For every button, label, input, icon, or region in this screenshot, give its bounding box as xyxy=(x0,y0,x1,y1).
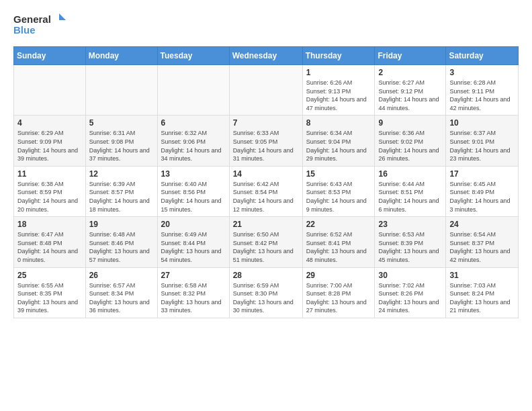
day-number: 24 xyxy=(449,220,515,229)
calendar-cell: 10Sunrise: 6:37 AM Sunset: 9:01 PM Dayli… xyxy=(446,116,519,166)
day-number: 20 xyxy=(161,220,226,229)
day-info: Sunrise: 6:47 AM Sunset: 8:48 PM Dayligh… xyxy=(17,230,82,264)
day-info: Sunrise: 7:03 AM Sunset: 8:24 PM Dayligh… xyxy=(449,281,515,315)
calendar-cell xyxy=(229,65,302,116)
svg-text:General: General xyxy=(13,13,51,25)
calendar-cell xyxy=(85,65,157,116)
calendar-week-row: 11Sunrise: 6:38 AM Sunset: 8:59 PM Dayli… xyxy=(14,166,519,216)
day-info: Sunrise: 6:48 AM Sunset: 8:46 PM Dayligh… xyxy=(89,230,154,264)
day-number: 16 xyxy=(378,169,442,179)
weekday-header-thursday: Thursday xyxy=(302,47,375,65)
calendar-cell: 24Sunrise: 6:54 AM Sunset: 8:37 PM Dayli… xyxy=(446,217,519,267)
calendar-cell: 8Sunrise: 6:34 AM Sunset: 9:04 PM Daylig… xyxy=(302,116,375,166)
calendar-cell xyxy=(157,65,229,116)
calendar-cell: 30Sunrise: 7:02 AM Sunset: 8:26 PM Dayli… xyxy=(375,267,446,318)
calendar-cell: 5Sunrise: 6:31 AM Sunset: 9:08 PM Daylig… xyxy=(85,116,157,166)
page-header: General Blue xyxy=(13,11,519,41)
calendar-week-row: 1Sunrise: 6:26 AM Sunset: 9:13 PM Daylig… xyxy=(14,65,519,116)
calendar-cell: 17Sunrise: 6:45 AM Sunset: 8:49 PM Dayli… xyxy=(446,166,519,216)
day-number: 12 xyxy=(89,169,154,179)
calendar-week-row: 18Sunrise: 6:47 AM Sunset: 8:48 PM Dayli… xyxy=(14,217,519,267)
day-info: Sunrise: 6:53 AM Sunset: 8:39 PM Dayligh… xyxy=(378,230,442,264)
day-info: Sunrise: 6:58 AM Sunset: 8:32 PM Dayligh… xyxy=(161,281,226,315)
day-number: 2 xyxy=(378,68,442,77)
day-info: Sunrise: 6:43 AM Sunset: 8:53 PM Dayligh… xyxy=(306,180,371,214)
calendar-cell: 16Sunrise: 6:44 AM Sunset: 8:51 PM Dayli… xyxy=(375,166,446,216)
day-number: 4 xyxy=(17,118,82,128)
day-number: 9 xyxy=(378,118,442,128)
day-number: 3 xyxy=(449,68,515,77)
day-info: Sunrise: 6:49 AM Sunset: 8:44 PM Dayligh… xyxy=(161,230,226,264)
day-number: 10 xyxy=(449,118,515,128)
calendar-cell: 3Sunrise: 6:28 AM Sunset: 9:11 PM Daylig… xyxy=(446,65,519,116)
weekday-header-monday: Monday xyxy=(85,47,157,65)
day-info: Sunrise: 6:36 AM Sunset: 9:02 PM Dayligh… xyxy=(378,129,442,163)
day-info: Sunrise: 6:33 AM Sunset: 9:05 PM Dayligh… xyxy=(233,129,299,163)
day-number: 11 xyxy=(17,169,82,179)
logo: General Blue xyxy=(13,11,74,41)
calendar-week-row: 25Sunrise: 6:55 AM Sunset: 8:35 PM Dayli… xyxy=(14,267,519,318)
day-number: 21 xyxy=(233,220,299,229)
calendar-cell: 28Sunrise: 6:59 AM Sunset: 8:30 PM Dayli… xyxy=(229,267,302,318)
day-number: 25 xyxy=(17,271,82,280)
day-info: Sunrise: 6:38 AM Sunset: 8:59 PM Dayligh… xyxy=(17,180,82,214)
day-info: Sunrise: 6:55 AM Sunset: 8:35 PM Dayligh… xyxy=(17,281,82,315)
day-number: 23 xyxy=(378,220,442,229)
day-info: Sunrise: 6:54 AM Sunset: 8:37 PM Dayligh… xyxy=(449,230,515,264)
day-number: 18 xyxy=(17,220,82,229)
calendar-table: SundayMondayTuesdayWednesdayThursdayFrid… xyxy=(13,46,519,318)
day-info: Sunrise: 6:27 AM Sunset: 9:12 PM Dayligh… xyxy=(378,79,442,112)
day-number: 15 xyxy=(306,169,371,179)
day-number: 29 xyxy=(306,271,371,280)
weekday-header-row: SundayMondayTuesdayWednesdayThursdayFrid… xyxy=(14,47,519,65)
day-info: Sunrise: 6:40 AM Sunset: 8:56 PM Dayligh… xyxy=(161,180,226,214)
generalblue-logo: General Blue xyxy=(13,11,74,41)
day-info: Sunrise: 7:02 AM Sunset: 8:26 PM Dayligh… xyxy=(378,281,442,315)
day-number: 31 xyxy=(449,271,515,280)
weekday-header-friday: Friday xyxy=(375,47,446,65)
calendar-cell xyxy=(14,65,86,116)
day-number: 17 xyxy=(449,169,515,179)
weekday-header-tuesday: Tuesday xyxy=(157,47,229,65)
svg-text:Blue: Blue xyxy=(13,24,36,36)
calendar-cell: 31Sunrise: 7:03 AM Sunset: 8:24 PM Dayli… xyxy=(446,267,519,318)
day-info: Sunrise: 6:34 AM Sunset: 9:04 PM Dayligh… xyxy=(306,129,371,163)
calendar-cell: 11Sunrise: 6:38 AM Sunset: 8:59 PM Dayli… xyxy=(14,166,86,216)
calendar-cell: 22Sunrise: 6:52 AM Sunset: 8:41 PM Dayli… xyxy=(302,217,375,267)
day-info: Sunrise: 6:32 AM Sunset: 9:06 PM Dayligh… xyxy=(161,129,226,163)
day-info: Sunrise: 6:57 AM Sunset: 8:34 PM Dayligh… xyxy=(89,281,154,315)
day-number: 27 xyxy=(161,271,226,280)
day-number: 6 xyxy=(161,118,226,128)
day-info: Sunrise: 6:50 AM Sunset: 8:42 PM Dayligh… xyxy=(233,230,299,264)
day-info: Sunrise: 6:28 AM Sunset: 9:11 PM Dayligh… xyxy=(449,79,515,112)
day-info: Sunrise: 6:44 AM Sunset: 8:51 PM Dayligh… xyxy=(378,180,442,214)
calendar-cell: 7Sunrise: 6:33 AM Sunset: 9:05 PM Daylig… xyxy=(229,116,302,166)
calendar-week-row: 4Sunrise: 6:29 AM Sunset: 9:09 PM Daylig… xyxy=(14,116,519,166)
calendar-cell: 25Sunrise: 6:55 AM Sunset: 8:35 PM Dayli… xyxy=(14,267,86,318)
calendar-cell: 12Sunrise: 6:39 AM Sunset: 8:57 PM Dayli… xyxy=(85,166,157,216)
calendar-cell: 1Sunrise: 6:26 AM Sunset: 9:13 PM Daylig… xyxy=(302,65,375,116)
calendar-cell: 20Sunrise: 6:49 AM Sunset: 8:44 PM Dayli… xyxy=(157,217,229,267)
calendar-cell: 29Sunrise: 7:00 AM Sunset: 8:28 PM Dayli… xyxy=(302,267,375,318)
day-number: 19 xyxy=(89,220,154,229)
calendar-cell: 9Sunrise: 6:36 AM Sunset: 9:02 PM Daylig… xyxy=(375,116,446,166)
weekday-header-saturday: Saturday xyxy=(446,47,519,65)
calendar-cell: 19Sunrise: 6:48 AM Sunset: 8:46 PM Dayli… xyxy=(85,217,157,267)
day-number: 14 xyxy=(233,169,299,179)
calendar-cell: 6Sunrise: 6:32 AM Sunset: 9:06 PM Daylig… xyxy=(157,116,229,166)
calendar-cell: 23Sunrise: 6:53 AM Sunset: 8:39 PM Dayli… xyxy=(375,217,446,267)
calendar-cell: 15Sunrise: 6:43 AM Sunset: 8:53 PM Dayli… xyxy=(302,166,375,216)
day-info: Sunrise: 6:59 AM Sunset: 8:30 PM Dayligh… xyxy=(233,281,299,315)
svg-marker-1 xyxy=(59,13,66,20)
calendar-cell: 2Sunrise: 6:27 AM Sunset: 9:12 PM Daylig… xyxy=(375,65,446,116)
calendar-cell: 14Sunrise: 6:42 AM Sunset: 8:54 PM Dayli… xyxy=(229,166,302,216)
calendar-cell: 4Sunrise: 6:29 AM Sunset: 9:09 PM Daylig… xyxy=(14,116,86,166)
day-info: Sunrise: 6:52 AM Sunset: 8:41 PM Dayligh… xyxy=(306,230,371,264)
day-number: 5 xyxy=(89,118,154,128)
day-number: 1 xyxy=(306,68,371,77)
day-info: Sunrise: 7:00 AM Sunset: 8:28 PM Dayligh… xyxy=(306,281,371,315)
day-number: 13 xyxy=(161,169,226,179)
calendar-cell: 26Sunrise: 6:57 AM Sunset: 8:34 PM Dayli… xyxy=(85,267,157,318)
day-info: Sunrise: 6:31 AM Sunset: 9:08 PM Dayligh… xyxy=(89,129,154,163)
day-info: Sunrise: 6:29 AM Sunset: 9:09 PM Dayligh… xyxy=(17,129,82,163)
